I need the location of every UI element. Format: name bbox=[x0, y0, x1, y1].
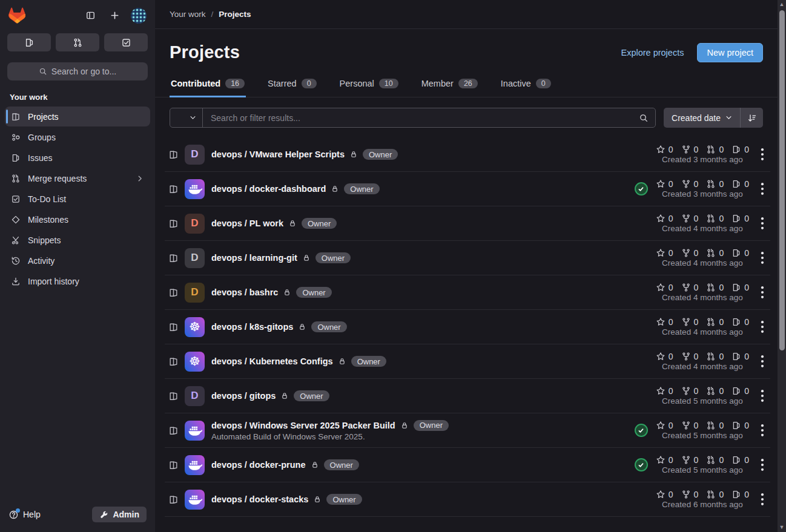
stat-stars[interactable]: 0 bbox=[656, 283, 673, 292]
project-name-link[interactable]: devops / learning-git bbox=[211, 253, 297, 263]
stat-stars[interactable]: 0 bbox=[656, 352, 673, 361]
stat-issues[interactable]: 0 bbox=[732, 248, 749, 258]
stat-merge-requests[interactable]: 0 bbox=[706, 214, 724, 223]
stat-stars[interactable]: 0 bbox=[656, 421, 673, 430]
stat-issues[interactable]: 0 bbox=[732, 214, 749, 223]
create-new-button[interactable] bbox=[107, 8, 122, 24]
stat-merge-requests[interactable]: 0 bbox=[706, 179, 724, 189]
project-name-link[interactable]: devops / PL work bbox=[211, 218, 283, 228]
recent-searches-dropdown[interactable] bbox=[170, 108, 203, 127]
project-row[interactable]: D devops / VMware Helper Scripts Owner 0… bbox=[165, 137, 770, 172]
filter-search-button[interactable] bbox=[632, 108, 655, 127]
project-avatar-letter[interactable]: D bbox=[185, 386, 205, 406]
project-row[interactable]: D devops / gitops Owner 0000 Created 5 m… bbox=[165, 379, 770, 413]
sidebar-item-issues[interactable]: Issues bbox=[5, 148, 150, 168]
project-avatar[interactable]: ☸ bbox=[185, 317, 205, 337]
project-name-link[interactable]: devops / gitops bbox=[211, 391, 276, 401]
pipeline-passed-icon[interactable] bbox=[635, 424, 648, 437]
stat-merge-requests[interactable]: 0 bbox=[706, 145, 724, 154]
stat-forks[interactable]: 0 bbox=[681, 421, 699, 430]
project-name-link[interactable]: devops / VMware Helper Scripts bbox=[211, 149, 345, 159]
sidebar-item-import-history[interactable]: Import history bbox=[5, 271, 150, 291]
stat-forks[interactable]: 0 bbox=[681, 145, 699, 154]
filter-search-input[interactable] bbox=[203, 113, 632, 123]
sort-by-dropdown[interactable]: Created date bbox=[664, 108, 740, 128]
sidebar-item-to-do-list[interactable]: To-Do List bbox=[5, 189, 150, 209]
scroll-up-arrow[interactable]: ▲ bbox=[779, 0, 785, 9]
stat-issues[interactable]: 0 bbox=[732, 455, 749, 465]
user-avatar[interactable] bbox=[131, 8, 147, 24]
stat-issues[interactable]: 0 bbox=[732, 386, 749, 396]
project-avatar[interactable] bbox=[185, 421, 205, 441]
more-actions-button[interactable] bbox=[755, 352, 770, 370]
stat-stars[interactable]: 0 bbox=[656, 214, 673, 223]
project-row[interactable]: D devops / bashrc Owner 0000 Created 4 m… bbox=[165, 275, 770, 310]
new-project-button[interactable]: New project bbox=[697, 43, 763, 62]
stat-stars[interactable]: 0 bbox=[656, 179, 673, 189]
project-name-link[interactable]: devops / bashrc bbox=[211, 287, 278, 297]
project-avatar-letter[interactable]: D bbox=[185, 248, 205, 268]
stat-forks[interactable]: 0 bbox=[681, 352, 699, 361]
more-actions-button[interactable] bbox=[755, 249, 770, 267]
stat-issues[interactable]: 0 bbox=[732, 283, 749, 292]
shortcut-merge-request-button[interactable] bbox=[56, 33, 99, 51]
stat-forks[interactable]: 0 bbox=[681, 179, 699, 189]
project-row[interactable]: devops / docker-stacks Owner 0000 Create… bbox=[165, 482, 770, 517]
scrollbar-thumb[interactable] bbox=[779, 10, 785, 350]
project-avatar-letter[interactable]: D bbox=[185, 283, 205, 303]
project-avatar[interactable] bbox=[185, 179, 205, 199]
project-avatar-letter[interactable]: D bbox=[185, 145, 205, 165]
project-name-link[interactable]: devops / k8s-gitops bbox=[211, 322, 293, 332]
more-actions-button[interactable] bbox=[755, 318, 770, 336]
project-avatar[interactable]: ☸ bbox=[185, 352, 205, 372]
stat-forks[interactable]: 0 bbox=[681, 283, 699, 292]
more-actions-button[interactable] bbox=[755, 214, 770, 232]
scroll-down-arrow[interactable]: ▼ bbox=[779, 523, 785, 532]
collapse-sidebar-button[interactable] bbox=[82, 8, 98, 24]
stat-merge-requests[interactable]: 0 bbox=[706, 455, 724, 465]
stat-forks[interactable]: 0 bbox=[681, 386, 699, 396]
project-name-link[interactable]: devops / docker-prune bbox=[211, 460, 306, 470]
project-row[interactable]: devops / docker-dashboard Owner 0000 Cre… bbox=[165, 172, 770, 206]
stat-forks[interactable]: 0 bbox=[681, 455, 699, 465]
tab-starred[interactable]: Starred 0 bbox=[266, 73, 318, 97]
stat-issues[interactable]: 0 bbox=[732, 490, 749, 499]
tab-inactive[interactable]: Inactive 0 bbox=[500, 73, 552, 97]
shortcut-issue-button[interactable] bbox=[7, 33, 51, 51]
scrollbar[interactable]: ▲ ▼ bbox=[778, 0, 786, 532]
stat-issues[interactable]: 0 bbox=[732, 352, 749, 361]
search-input[interactable]: Search or go to... bbox=[7, 62, 148, 80]
stat-forks[interactable]: 0 bbox=[681, 490, 699, 499]
stat-stars[interactable]: 0 bbox=[656, 317, 673, 327]
pipeline-passed-icon[interactable] bbox=[635, 182, 648, 195]
stat-stars[interactable]: 0 bbox=[656, 386, 673, 396]
tab-member[interactable]: Member 26 bbox=[420, 73, 479, 97]
stat-issues[interactable]: 0 bbox=[732, 317, 749, 327]
stat-merge-requests[interactable]: 0 bbox=[706, 421, 724, 430]
more-actions-button[interactable] bbox=[755, 283, 770, 301]
stat-stars[interactable]: 0 bbox=[656, 490, 673, 499]
stat-merge-requests[interactable]: 0 bbox=[706, 352, 724, 361]
sidebar-item-merge-requests[interactable]: Merge requests bbox=[5, 168, 150, 188]
breadcrumb-your-work[interactable]: Your work bbox=[170, 10, 206, 19]
sidebar-item-snippets[interactable]: Snippets bbox=[5, 230, 150, 250]
stat-forks[interactable]: 0 bbox=[681, 214, 699, 223]
more-actions-button[interactable] bbox=[755, 145, 770, 163]
stat-merge-requests[interactable]: 0 bbox=[706, 386, 724, 396]
sidebar-item-activity[interactable]: Activity bbox=[5, 251, 150, 271]
tab-contributed[interactable]: Contributed 16 bbox=[170, 73, 246, 97]
admin-button[interactable]: Admin bbox=[92, 507, 147, 522]
stat-forks[interactable]: 0 bbox=[681, 248, 699, 258]
sidebar-item-projects[interactable]: Projects bbox=[5, 107, 150, 126]
project-avatar-letter[interactable]: D bbox=[185, 214, 205, 234]
project-avatar[interactable] bbox=[185, 490, 205, 510]
more-actions-button[interactable] bbox=[755, 421, 770, 439]
project-name-link[interactable]: devops / Windows Server 2025 Packer Buil… bbox=[211, 421, 395, 430]
project-row[interactable]: D devops / learning-git Owner 0000 Creat… bbox=[165, 241, 770, 275]
stat-issues[interactable]: 0 bbox=[732, 145, 749, 154]
stat-stars[interactable]: 0 bbox=[656, 145, 673, 154]
sort-direction-button[interactable] bbox=[741, 108, 763, 128]
project-row[interactable]: ☸ devops / Kubernetes Configs Owner 0000… bbox=[165, 344, 770, 379]
stat-forks[interactable]: 0 bbox=[681, 317, 699, 327]
project-name-link[interactable]: devops / Kubernetes Configs bbox=[211, 356, 333, 366]
